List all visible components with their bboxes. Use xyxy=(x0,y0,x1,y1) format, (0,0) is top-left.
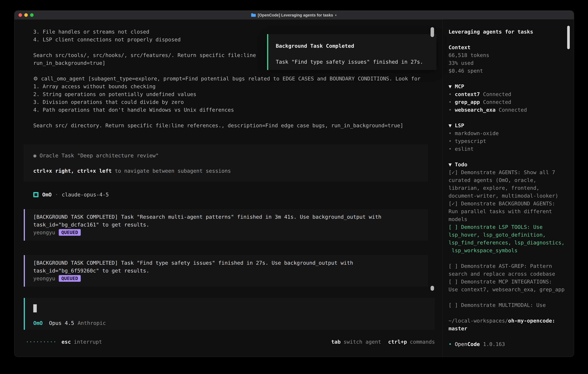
mcp-name: context7 xyxy=(455,91,480,97)
agent-model: claude-opus-4-5 xyxy=(62,191,109,197)
message-meta: yeongyu QUEUED xyxy=(33,229,428,236)
notification-title: Background Task Completed xyxy=(276,42,436,50)
active-agent: OmO xyxy=(33,320,43,326)
message-block: [BACKGROUND TASK COMPLETED] Task "Find t… xyxy=(24,255,428,287)
tool-call-line: ⚙ call_omo_agent [subagent_type=explore,… xyxy=(33,75,438,83)
blank-line xyxy=(449,254,569,262)
todo-line: [ ] Demonstrate MCP INTEGRATIONS: xyxy=(449,278,569,285)
text-cursor xyxy=(33,304,37,312)
blank-line xyxy=(449,332,569,340)
context-used: 33% used xyxy=(449,59,569,67)
agent-checkbox-icon xyxy=(33,192,39,197)
window-title: [OpenCode] Leveraging agents for tasks ◐ xyxy=(14,11,574,19)
mcp-name: grep_app xyxy=(455,99,480,105)
workspace-path: ~/local-workspaces/oh-my-opencode: xyxy=(449,317,569,324)
hint-text: to navigate between subagent sessions xyxy=(115,168,231,174)
chevron-down-icon[interactable]: ▼ xyxy=(449,161,452,167)
blank-line xyxy=(449,153,569,161)
message-meta: yeongyu QUEUED xyxy=(33,274,428,282)
scrollback-line: Search src/ directory. Return specific f… xyxy=(33,122,438,129)
title-status-icon: ◐ xyxy=(335,13,337,17)
status-bar: ········· esc interrupt tab switch agent… xyxy=(26,338,435,346)
app-version-line: • OpenCode 1.0.163 xyxy=(449,340,569,348)
main-pane: 3. File handles or streams not closed 4.… xyxy=(14,19,442,357)
mcp-item: • grep_app Connected xyxy=(449,98,569,106)
todo-line: [✓] Demonstrate AGENTS: Show all 7 xyxy=(449,168,569,176)
terminal-window: [OpenCode] Leveraging agents for tasks ◐… xyxy=(14,11,574,357)
ctrlp-key-label: commands xyxy=(410,339,435,345)
mcp-status: Connected xyxy=(483,91,511,97)
todo-line-active: [ ] Demonstrate LSP TOOLS: Use xyxy=(449,223,569,231)
spinner-icon: ········· xyxy=(26,339,57,345)
message-text: task_id="bg_dcfac161" to get results. xyxy=(33,221,428,229)
context-header: Context xyxy=(449,43,569,51)
folder-icon xyxy=(251,13,256,17)
mcp-status: Connected xyxy=(499,107,527,113)
lsp-item: • markdown-oxide xyxy=(449,129,569,137)
lsp-name: markdown-oxide xyxy=(455,130,499,136)
agent-header: OmO · claude-opus-4-5 xyxy=(33,191,109,198)
lsp-name: eslint xyxy=(455,146,473,152)
lsp-header-label: LSP xyxy=(455,122,464,128)
workspace-repo: oh-my-opencode: xyxy=(508,318,555,324)
lsp-name: typescript xyxy=(455,138,486,144)
lsp-item: • eslint xyxy=(449,145,569,153)
prompt-input[interactable]: OmO Opus 4.5 Anthropic xyxy=(24,298,435,330)
mcp-item: • context7 Connected xyxy=(449,90,569,98)
chevron-down-icon[interactable]: ▼ xyxy=(449,83,452,89)
status-badge: QUEUED xyxy=(59,275,81,282)
separator-dot: · xyxy=(55,191,58,197)
scrollback-line xyxy=(33,114,438,122)
todo-line: [✓] Demonstrate BACKGROUND AGENTS: xyxy=(449,200,569,208)
window-title-text: [OpenCode] Leveraging agents for tasks xyxy=(258,13,333,17)
message-text: task_id="bg_6f59260c" to get results. xyxy=(33,267,428,274)
main-scrollbar-thumb-top[interactable] xyxy=(430,27,434,37)
bullet-icon: • xyxy=(449,107,452,113)
keyboard-shortcut: ctrl+x right, ctrl+x left xyxy=(33,168,112,174)
notification-body: Task "Find type safety issues" finished … xyxy=(276,58,436,66)
todo-header-label: Todo xyxy=(455,161,467,167)
chevron-down-icon[interactable]: ▼ xyxy=(449,122,452,128)
blank-line xyxy=(449,114,569,122)
app-name-open: Open xyxy=(455,341,467,347)
oracle-hint-line: ctrl+x right, ctrl+x left to navigate be… xyxy=(33,167,428,175)
mcp-section-header: ▼ MCP xyxy=(449,83,569,90)
screen: [OpenCode] Leveraging agents for tasks ◐… xyxy=(0,0,588,374)
oracle-task-text: Oracle Task "Deep architecture review" xyxy=(40,152,159,158)
workspace-dir: ~/local-workspaces/ xyxy=(449,318,508,324)
todo-line: Run parallel tasks with different xyxy=(449,208,569,215)
ctrlp-key-hint: ctrl+p xyxy=(388,339,407,345)
sidebar-scrollbar-thumb[interactable] xyxy=(567,26,570,49)
context-spent: $0.46 spent xyxy=(449,67,569,75)
main-scrollbar-thumb-bottom[interactable] xyxy=(430,286,434,291)
status-left: ········· esc interrupt xyxy=(26,339,102,345)
record-icon: ◉ xyxy=(33,152,36,158)
model-provider: Anthropic xyxy=(78,320,106,326)
esc-key-label: interrupt xyxy=(74,339,102,345)
active-model: Opus 4.5 xyxy=(49,320,74,326)
todo-line: search and replace across codebase xyxy=(449,270,569,278)
sidebar-content: Leveraging agents for tasks Context 66,5… xyxy=(449,28,569,348)
message-block: [BACKGROUND TASK COMPLETED] Task "Resear… xyxy=(24,209,428,241)
workspace-branch-line: master xyxy=(449,324,569,332)
mcp-name: websearch_exa xyxy=(455,107,495,113)
sidebar: Leveraging agents for tasks Context 66,5… xyxy=(442,19,574,357)
status-badge: QUEUED xyxy=(59,229,81,236)
background-task-notification: Background Task Completed Task "Find typ… xyxy=(267,34,436,70)
mcp-header-label: MCP xyxy=(455,83,464,89)
input-footer: OmO Opus 4.5 Anthropic xyxy=(33,319,435,327)
context-tokens: 66,518 tokens xyxy=(449,51,569,59)
todo-line: document-writer, multimodal-looker) xyxy=(449,192,569,200)
agent-name: OmO xyxy=(42,191,52,197)
bullet-icon: • xyxy=(449,341,452,347)
mcp-status: Connected xyxy=(483,99,511,105)
bullet-icon: • xyxy=(449,99,452,105)
titlebar[interactable]: [OpenCode] Leveraging agents for tasks ◐ xyxy=(14,11,574,20)
blank-line xyxy=(449,75,569,83)
blank-line xyxy=(449,309,569,317)
scrollback-line: 1. Array access without bounds checking xyxy=(33,83,438,90)
message-text: [BACKGROUND TASK COMPLETED] Task "Find t… xyxy=(33,259,428,267)
todo-line: Use context7, websearch_exa, grep_app xyxy=(449,285,569,293)
oracle-task-panel: ◉ Oracle Task "Deep architecture review"… xyxy=(24,144,428,182)
blank-line xyxy=(449,36,569,43)
